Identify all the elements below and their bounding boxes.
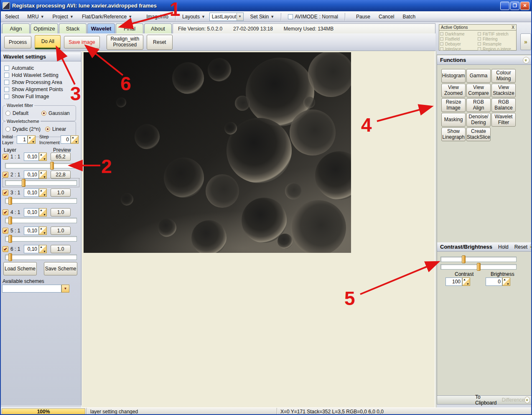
collapse-contrast-button[interactable]: » <box>530 244 532 250</box>
layer-5-spinner[interactable]: ▲▼ <box>24 227 47 235</box>
minimize-button[interactable]: _ <box>500 2 509 10</box>
menu-pause[interactable]: Pause <box>352 12 374 21</box>
layer-5-checkbox[interactable]: ✔ <box>3 228 8 234</box>
slider-thumb[interactable] <box>477 263 481 271</box>
checkbox-automatic[interactable]: Automatic <box>1 65 81 71</box>
checkbox-icon[interactable] <box>4 66 9 71</box>
layer-6-checkbox[interactable]: ✔ <box>3 246 8 252</box>
spinner-arrows-icon[interactable]: ▲▼ <box>39 153 47 161</box>
radio-default[interactable] <box>5 111 10 116</box>
do-all-button[interactable]: Do All <box>35 35 61 49</box>
checkbox-show-full-image[interactable]: Show Full Image <box>1 93 81 100</box>
avimode-checkbox-item[interactable]: AVIMODE : Normal <box>284 12 342 21</box>
masking-button[interactable]: Masking <box>441 113 466 127</box>
layer-4-checkbox[interactable]: ✔ <box>3 209 8 215</box>
realign-with-processed-button[interactable]: Realign_with Processed <box>107 35 143 50</box>
slider-thumb[interactable] <box>8 235 12 243</box>
load-scheme-button[interactable]: Load Scheme <box>3 262 37 275</box>
spinner-arrows-icon[interactable]: ▲▼ <box>39 188 47 197</box>
slider-thumb[interactable] <box>8 197 12 205</box>
menu-mru[interactable]: MRU▼ <box>23 12 48 21</box>
combo-arrow-icon[interactable]: ▼ <box>237 13 243 20</box>
app-icon[interactable] <box>3 2 10 10</box>
checkbox-icon[interactable] <box>4 73 9 78</box>
menu-select[interactable]: Select <box>1 12 23 21</box>
layer-2-slider[interactable] <box>5 180 77 186</box>
denoise-dering-button[interactable]: Denoise/ Dering <box>466 113 491 127</box>
show-linegraph-button[interactable]: Show Linegraph <box>441 127 466 141</box>
collapse-clipboard-button[interactable]: » <box>524 397 530 403</box>
spinner-arrows-icon[interactable]: ▲▼ <box>71 135 79 144</box>
spinner-arrows-icon[interactable]: ▲▼ <box>462 278 470 286</box>
tab-about[interactable]: About <box>144 23 172 33</box>
layer-4-spinner[interactable]: ▲▼ <box>24 208 47 216</box>
reset-contrast-button[interactable]: Reset <box>514 244 527 250</box>
moon-image[interactable] <box>84 52 351 253</box>
tab-stack[interactable]: Stack <box>59 23 87 33</box>
layer-3-slider[interactable] <box>5 198 77 204</box>
layer-6-preview[interactable]: 1.0 <box>51 245 71 253</box>
layer-5-preview[interactable]: 1.0 <box>51 227 71 235</box>
hold-button[interactable]: Hold <box>498 244 509 250</box>
layer-1-slider[interactable] <box>5 163 77 168</box>
collapse-functions-button[interactable]: » <box>523 57 529 64</box>
checkbox-icon[interactable] <box>4 87 9 92</box>
brightness-slider[interactable] <box>440 264 517 270</box>
layer-2-spinner[interactable]: ▲▼ <box>24 171 47 179</box>
checkbox-hold-wavelet-setting[interactable]: Hold Wavelet Setting <box>1 72 81 79</box>
view-compare-button[interactable]: View Compare <box>466 84 491 97</box>
layer-3-preview[interactable]: 1.0 <box>51 188 71 197</box>
slider-thumb[interactable] <box>8 253 12 261</box>
spinner-arrows-icon[interactable]: ▲▼ <box>39 171 47 179</box>
layer-5-slider[interactable] <box>5 236 77 242</box>
radio-linear[interactable] <box>45 127 50 132</box>
spinner-arrows-icon[interactable]: ▲▼ <box>502 278 510 286</box>
checkbox-show-alignment-points[interactable]: Show Alignment Points <box>1 86 81 93</box>
process-button[interactable]: Process <box>4 36 31 48</box>
layer-6-slider[interactable] <box>5 255 77 260</box>
layer-2-preview[interactable]: 22,8 <box>51 171 71 179</box>
menu-flat-dark-reference[interactable]: Flat/Dark/Reference▼ <box>78 12 136 21</box>
radio-gaussian[interactable] <box>41 111 46 116</box>
initial-layer-spinner[interactable]: ▲▼ <box>17 135 36 144</box>
layer-4-slider[interactable] <box>5 218 77 223</box>
rgb-balance-button[interactable]: RGB Balance <box>491 98 516 112</box>
slider-thumb[interactable] <box>22 179 25 187</box>
view-zoomed-button[interactable]: View Zoomed <box>441 84 466 97</box>
create-stackslice-button[interactable]: Create StackSlice <box>466 127 491 141</box>
tab-align[interactable]: Align <box>2 23 30 33</box>
layer-4-preview[interactable]: 1.0 <box>51 208 71 216</box>
save-image-button[interactable]: Save image <box>64 36 99 48</box>
layer-1-spinner[interactable]: ▲▼ <box>24 153 47 161</box>
spinner-arrows-icon[interactable]: ▲▼ <box>39 227 47 235</box>
available-schemes-combobox[interactable]: ▼ <box>2 285 69 293</box>
checkbox-icon[interactable] <box>4 94 9 99</box>
reset-button[interactable]: Reset <box>147 35 173 50</box>
contrast-spinner[interactable]: ▲▼ <box>445 278 470 286</box>
brightness-spinner[interactable]: ▲▼ <box>486 278 510 286</box>
checkbox-icon[interactable] <box>4 80 9 85</box>
menu-project[interactable]: Project▼ <box>48 12 78 21</box>
avimode-checkbox[interactable] <box>288 14 293 19</box>
gamma-button[interactable]: Gamma <box>466 69 491 83</box>
save-scheme-button[interactable]: Save Scheme <box>44 262 77 275</box>
slider-thumb[interactable] <box>8 216 12 224</box>
layer-1-preview[interactable]: 65,2 <box>51 153 71 161</box>
menu-layouts[interactable]: Layouts▼ <box>178 12 209 21</box>
menu-imageinfo[interactable]: Imageinfo <box>142 12 173 21</box>
tab-wavelet[interactable]: Wavelet <box>87 23 115 33</box>
spinner-arrows-icon[interactable]: ▲▼ <box>28 135 36 144</box>
tab-final[interactable]: Final <box>116 23 143 33</box>
layout-combobox[interactable]: LastLayout▼ <box>209 13 244 21</box>
expand-panel-button[interactable]: » <box>520 33 531 50</box>
rgb-align-button[interactable]: RGB Align <box>466 98 491 112</box>
active-options-close[interactable]: X <box>512 25 514 30</box>
slider-thumb[interactable] <box>462 255 466 263</box>
wavelet-filter-button[interactable]: Wavelet Filter <box>491 113 516 127</box>
histogram-button[interactable]: Histogram <box>441 69 466 83</box>
resize-image-button[interactable]: Resize Image <box>441 98 466 112</box>
to-clipboard-button[interactable]: To Clipboard <box>475 394 497 406</box>
menu-set-skin[interactable]: Set Skin▼ <box>246 12 279 21</box>
restore-button[interactable]: ❐ <box>510 2 519 10</box>
checkbox-show-processing-area[interactable]: Show Processing Area <box>1 79 81 86</box>
